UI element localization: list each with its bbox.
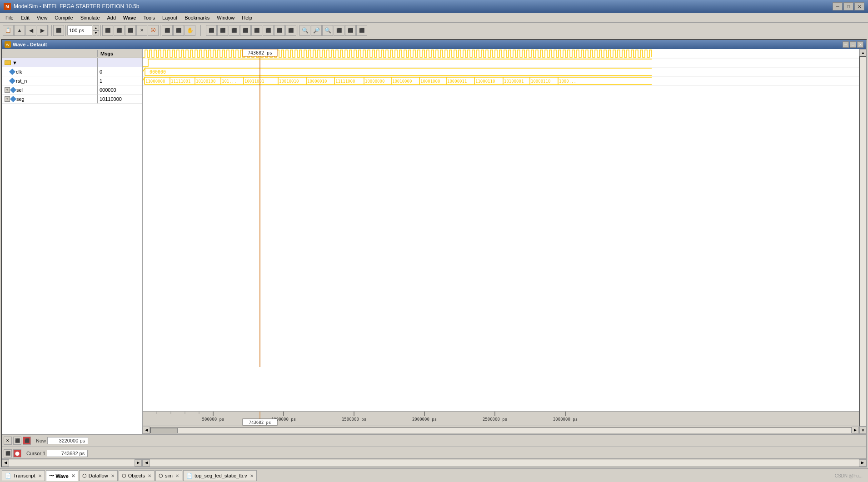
menu-simulate[interactable]: Simulate (77, 14, 104, 21)
tb-btn11[interactable]: ⬛ (173, 25, 184, 36)
seg-expand-btn[interactable]: + (5, 96, 10, 102)
right-scroll-right[interactable]: ▶ (859, 459, 866, 467)
tab-sim[interactable]: ⬡ sim ✕ (155, 470, 182, 481)
tb-nav2[interactable]: ⬛ (217, 25, 228, 36)
menu-compile[interactable]: Compile (51, 14, 76, 21)
right-scroll-track[interactable] (150, 460, 859, 466)
wave-win-max[interactable]: □ (850, 41, 856, 48)
signal-panel: Msgs ▼ clk 0 (2, 49, 143, 434)
status-icon1[interactable]: ✕ (4, 437, 12, 445)
tb-nav7[interactable]: ⬛ (274, 25, 285, 36)
tb-sim-btn[interactable]: ⬛ (53, 25, 64, 36)
tab-tbv[interactable]: 📄 top_seg_led_static_tb.v ✕ (183, 470, 257, 481)
timeline: 500000 ps 1000000 ps 1500000 ps 2000000 … (143, 411, 859, 426)
menu-file[interactable]: File (2, 14, 17, 21)
svg-text:11111000: 11111000 (335, 79, 355, 84)
tb-btn5[interactable]: ⬛ (102, 25, 113, 36)
tb-nav3[interactable]: ⬛ (229, 25, 239, 36)
h-scroll-left[interactable]: ◀ (143, 427, 150, 434)
wave-icon: W (5, 41, 11, 48)
tab-dataflow[interactable]: ⬡ Dataflow ✕ (79, 470, 118, 481)
tb-btn7[interactable]: ⬛ (125, 25, 136, 36)
svg-text:11000000: 11000000 (145, 79, 165, 84)
menu-add[interactable]: Add (104, 14, 120, 21)
tb-zoom-btn4[interactable]: ⬛ (334, 25, 344, 36)
cursor-icon1[interactable]: ⬛ (4, 449, 12, 457)
menu-help[interactable]: Help (238, 14, 256, 21)
dataflow-close[interactable]: ✕ (111, 473, 115, 478)
wave-window-titlebar: W Wave - Default ─ □ ✕ (2, 40, 866, 49)
tb-zoom-btn6[interactable]: ⬛ (356, 25, 367, 36)
root-label: ▼ (12, 60, 17, 65)
tab-wave[interactable]: 〜 Wave ✕ (46, 470, 78, 481)
h-scroll-thumb[interactable] (150, 428, 178, 433)
v-scroll-track[interactable] (859, 56, 866, 427)
signal-row-clk[interactable]: clk 0 (2, 67, 142, 76)
wave-tab-close[interactable]: ✕ (71, 473, 75, 478)
signal-row-rst-n[interactable]: rst_n 1 (2, 76, 142, 85)
menu-wave[interactable]: Wave (120, 14, 140, 21)
left-scroll-left[interactable]: ◀ (2, 459, 9, 467)
tb-hand-btn[interactable]: ✋ (185, 25, 195, 36)
left-scroll-track[interactable] (9, 460, 135, 466)
menu-layout[interactable]: Layout (159, 14, 181, 21)
right-scroll-left[interactable]: ◀ (143, 459, 150, 467)
status-icon3[interactable]: ⬛ (23, 437, 31, 445)
transcript-close[interactable]: ✕ (38, 473, 42, 478)
tab-transcript[interactable]: 📄 Transcript ✕ (2, 470, 45, 481)
tb-new-btn[interactable]: 📋 (3, 25, 14, 36)
menu-edit[interactable]: Edit (17, 14, 33, 21)
tb-nav8[interactable]: ⬛ (285, 25, 296, 36)
menu-window[interactable]: Window (213, 14, 238, 21)
tb-nav6[interactable]: ⬛ (263, 25, 274, 36)
v-scroll-up[interactable]: ▲ (859, 49, 866, 56)
tab-objects[interactable]: ⬡ Objects ✕ (119, 470, 155, 481)
wave-tab-icon: 〜 (49, 472, 54, 479)
tbv-close[interactable]: ✕ (250, 473, 254, 478)
signal-row-sel[interactable]: + sel 000000 (2, 85, 142, 94)
tb-zoom-in[interactable]: 🔍 (299, 25, 310, 36)
tb-nav1[interactable]: ⬛ (206, 25, 217, 36)
tb-zoom-btn5[interactable]: ⬛ (345, 25, 356, 36)
folder-icon (5, 60, 11, 65)
cursor-icon2[interactable]: ⬤ (13, 449, 21, 457)
tb-btn9[interactable]: ⦿ (148, 25, 159, 36)
time-down-btn[interactable]: ▼ (93, 30, 99, 35)
signal-header-msgs: Msgs (97, 50, 142, 57)
wave-win-min[interactable]: ─ (843, 41, 849, 48)
tb-zoom-out[interactable]: 🔎 (311, 25, 322, 36)
sim-close[interactable]: ✕ (175, 473, 179, 478)
menu-view[interactable]: View (33, 14, 51, 21)
tb-forward-btn[interactable]: ▶ (37, 25, 48, 36)
tb-up-btn[interactable]: ▲ (14, 25, 25, 36)
time-input[interactable] (67, 25, 92, 35)
sel-expand-btn[interactable]: + (5, 87, 10, 93)
signal-row-seg[interactable]: + seg 10110000 (2, 94, 142, 104)
v-scroll-down[interactable]: ▼ (859, 427, 866, 434)
signal-row-root[interactable]: ▼ (2, 58, 142, 67)
objects-icon: ⬡ (122, 473, 126, 479)
menu-bookmarks[interactable]: Bookmarks (181, 14, 213, 21)
left-scroll-right[interactable]: ▶ (135, 459, 142, 467)
close-button[interactable]: ✕ (854, 2, 864, 10)
cursor-label: Cursor 1 (26, 451, 45, 456)
h-scroll-track[interactable] (150, 427, 852, 433)
time-up-btn[interactable]: ▲ (93, 25, 99, 30)
wave-tab-label: Wave (56, 473, 69, 479)
objects-close[interactable]: ✕ (148, 473, 151, 478)
tb-back-btn[interactable]: ◀ (25, 25, 36, 36)
tb-zoom-fit[interactable]: 🔍 (322, 25, 333, 36)
menu-tools[interactable]: Tools (140, 14, 159, 21)
tb-nav4[interactable]: ⬛ (240, 25, 251, 36)
maximize-button[interactable]: □ (843, 2, 853, 10)
tb-nav5[interactable]: ⬛ (251, 25, 262, 36)
status-icon2[interactable]: ⬛ (13, 437, 21, 445)
tb-btn6[interactable]: ⬛ (114, 25, 125, 36)
minimize-button[interactable]: ─ (833, 2, 843, 10)
wave-window-title: Wave - Default (13, 42, 47, 47)
wave-win-close[interactable]: ✕ (857, 41, 863, 48)
waveform-display[interactable]: 000000 11000000 11111001 (143, 49, 859, 411)
tb-btn8[interactable]: ✕ (136, 25, 147, 36)
tb-btn10[interactable]: ⬛ (162, 25, 173, 36)
h-scroll-right[interactable]: ▶ (852, 427, 859, 434)
